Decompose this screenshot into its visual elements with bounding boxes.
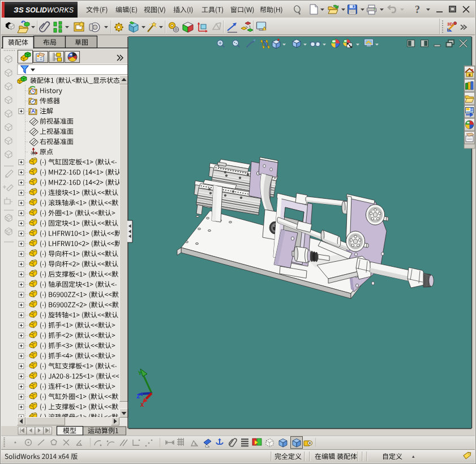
svg-text:Z: Z <box>136 393 140 400</box>
svg-text:ЗS: ЗS <box>14 6 24 14</box>
svg-text:A: A <box>31 108 35 114</box>
svg-text:Y: Y <box>138 370 142 377</box>
svg-text:SOLIDWORKS: SOLIDWORKS <box>25 6 74 14</box>
svg-text:X: X <box>140 402 144 408</box>
svg-text:?: ? <box>415 4 420 15</box>
